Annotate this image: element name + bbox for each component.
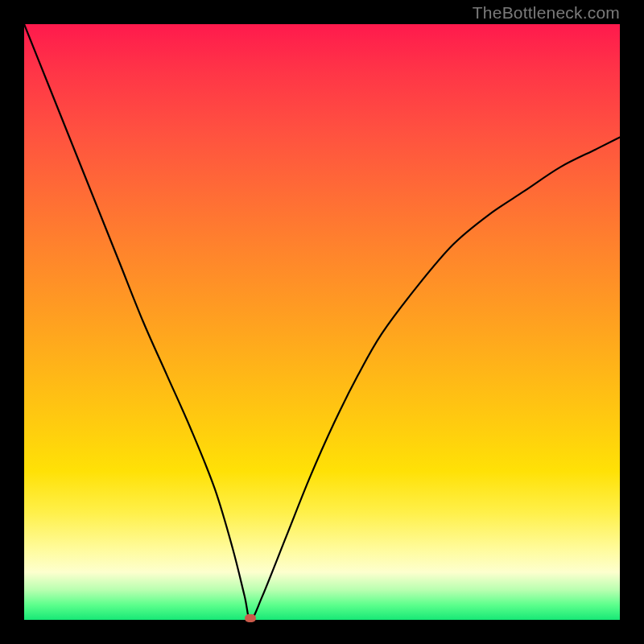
watermark-text: TheBottleneck.com bbox=[473, 3, 620, 23]
chart-frame: TheBottleneck.com bbox=[0, 0, 644, 644]
optimum-marker bbox=[245, 614, 256, 622]
curve-svg bbox=[24, 24, 620, 620]
plot-area bbox=[24, 24, 620, 620]
bottleneck-curve-path bbox=[24, 24, 620, 620]
